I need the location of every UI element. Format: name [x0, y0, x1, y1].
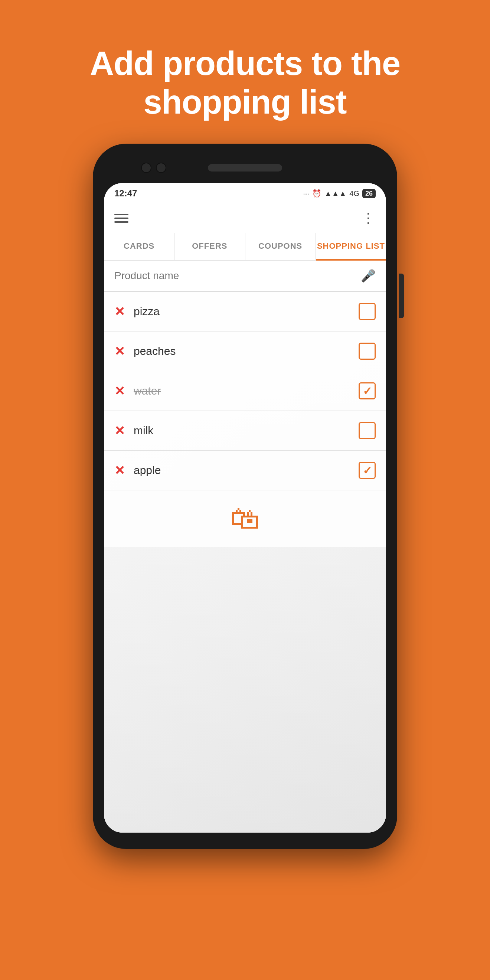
delete-icon[interactable]: ✕ — [115, 383, 125, 398]
delete-icon[interactable]: ✕ — [115, 304, 125, 319]
list-item[interactable]: ✕ pizza — [104, 292, 386, 331]
item-name: pizza — [134, 305, 359, 318]
alarm-icon: ⏰ — [312, 189, 321, 198]
item-name: apple — [134, 464, 359, 477]
battery-level: 26 — [362, 189, 375, 198]
headline-line2: shopping list — [144, 84, 347, 121]
item-checkbox[interactable] — [359, 382, 375, 399]
shopping-list-container: ✕ pizza ✕ peaches ✕ water ✕ milk — [104, 292, 386, 833]
list-item[interactable]: ✕ water — [104, 371, 386, 411]
tab-bar: CARDS OFFERS COUPONS SHOPPING LIST — [104, 233, 386, 261]
hamburger-menu[interactable] — [115, 214, 129, 223]
delete-icon[interactable]: ✕ — [115, 344, 125, 359]
hamburger-line-3 — [115, 221, 129, 223]
search-bar: 🎤 — [104, 261, 386, 292]
signal-bars: ▲▲▲ — [325, 189, 346, 198]
tab-shopping-list[interactable]: SHOPPING LIST — [316, 233, 386, 261]
item-checkbox[interactable] — [359, 462, 375, 479]
item-checkbox[interactable] — [359, 303, 375, 320]
tab-coupons[interactable]: COUPONS — [245, 233, 316, 260]
item-name: peaches — [134, 345, 359, 358]
search-input[interactable] — [115, 270, 361, 282]
app-header: ⋮ — [104, 204, 386, 233]
more-options-button[interactable]: ⋮ — [361, 210, 375, 226]
hamburger-line-1 — [115, 214, 129, 215]
item-checkbox[interactable] — [359, 343, 375, 360]
status-bar: 12:47 ··· ⏰ ▲▲▲ 4G 26 — [104, 183, 386, 204]
list-item[interactable]: ✕ apple — [104, 451, 386, 490]
side-button — [399, 274, 404, 318]
delete-icon[interactable]: ✕ — [115, 463, 125, 478]
list-item[interactable]: ✕ milk — [104, 411, 386, 451]
phone-screen: 12:47 ··· ⏰ ▲▲▲ 4G 26 ⋮ CARDS — [104, 183, 386, 833]
bottom-area: 🛍 — [104, 490, 386, 547]
front-camera-right — [156, 162, 166, 173]
headline-line1: Add products to the — [90, 45, 400, 82]
tab-cards[interactable]: CARDS — [104, 233, 175, 260]
microphone-icon[interactable]: 🎤 — [361, 269, 375, 283]
hamburger-line-2 — [115, 218, 129, 219]
front-camera-left — [141, 162, 151, 173]
list-item[interactable]: ✕ peaches — [104, 331, 386, 371]
status-time: 12:47 — [115, 188, 137, 199]
tab-offers[interactable]: OFFERS — [175, 233, 245, 260]
item-name: water — [134, 385, 359, 397]
phone-top-bar — [104, 155, 386, 181]
item-checkbox[interactable] — [359, 422, 375, 439]
network-type: 4G — [349, 189, 360, 198]
status-icons: ··· ⏰ ▲▲▲ 4G 26 — [303, 189, 375, 198]
speaker-grille — [208, 164, 282, 172]
item-name: milk — [134, 424, 359, 437]
notification-dots: ··· — [303, 189, 309, 198]
shopping-bag-icon: 🛍 — [230, 501, 260, 536]
delete-icon[interactable]: ✕ — [115, 423, 125, 438]
phone-shell: 12:47 ··· ⏰ ▲▲▲ 4G 26 ⋮ CARDS — [93, 144, 397, 849]
headline: Add products to the shopping list — [60, 0, 430, 144]
